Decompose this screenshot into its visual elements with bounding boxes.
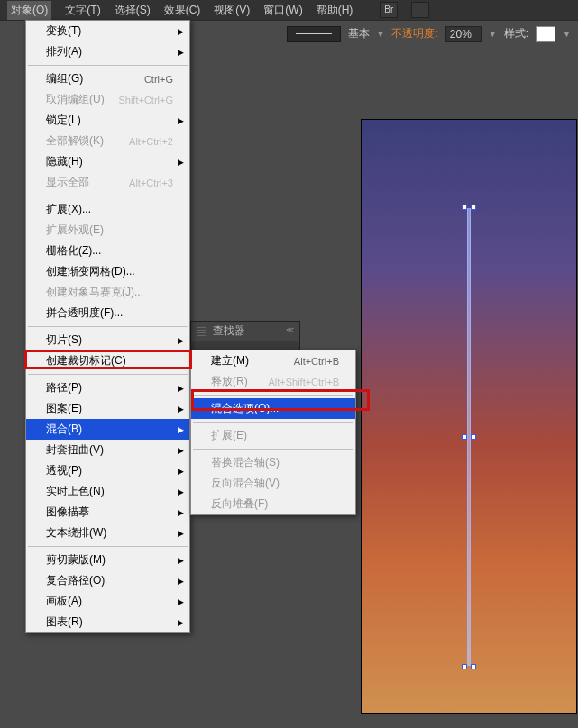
menu-item[interactable]: 图表(R)▶ [26,612,189,632]
submenu-arrow-icon: ▶ [178,425,184,434]
stroke-style-label: 基本 [348,26,370,41]
menu-view[interactable]: 视图(V) [214,3,250,18]
menu-separator [28,546,188,547]
menu-item: 释放(R)Alt+Shift+Ctrl+B [191,371,355,392]
selected-object[interactable] [465,208,472,666]
menu-item[interactable]: 栅格化(Z)... [26,241,189,261]
submenu-arrow-icon: ▶ [178,467,184,476]
menu-separator [28,374,188,375]
menu-item: 创建对象马赛克(J)... [26,282,189,303]
resize-handle[interactable] [471,664,476,669]
menu-item: 扩展外观(E) [26,220,189,241]
chevron-down-icon[interactable]: ▼ [377,30,385,39]
menu-effect[interactable]: 效果(C) [164,3,201,18]
bridge-icon[interactable]: Br [380,2,398,18]
menu-item[interactable]: 建立(M)Alt+Ctrl+B [191,350,355,371]
submenu-arrow-icon: ▶ [178,158,184,167]
menu-item[interactable]: 锁定(L)▶ [26,110,189,131]
menu-separator [28,196,188,196]
submenu-arrow-icon: ▶ [178,597,184,606]
resize-handle[interactable] [462,205,467,210]
menu-item[interactable]: 创建裁切标记(C) [26,350,189,371]
menu-item[interactable]: 透视(P)▶ [26,460,189,481]
menu-item[interactable]: 文本绕排(W)▶ [26,523,189,543]
submenu-arrow-icon: ▶ [178,336,184,345]
submenu-arrow-icon: ▶ [178,556,184,565]
artboard [361,119,577,714]
style-swatch[interactable] [536,26,555,42]
menu-help[interactable]: 帮助(H) [317,3,353,18]
menu-item[interactable]: 排列(A)▶ [26,41,189,62]
menu-item[interactable]: 切片(S)▶ [26,330,189,350]
submenu-arrow-icon: ▶ [178,577,184,586]
stroke-preview[interactable] [287,26,341,42]
menu-item: 全部解锁(K)Alt+Ctrl+2 [26,131,189,151]
menu-item[interactable]: 变换(T)▶ [26,21,189,41]
object-menu-dropdown: 变换(T)▶排列(A)▶编组(G)Ctrl+G取消编组(U)Shift+Ctrl… [25,20,190,633]
chevron-down-icon[interactable]: ▼ [563,30,571,39]
menu-separator [28,326,188,327]
menu-item[interactable]: 路径(P)▶ [26,378,189,398]
submenu-arrow-icon: ▶ [178,487,184,496]
menu-item: 替换混合轴(S) [191,452,355,473]
menu-item[interactable]: 剪切蒙版(M)▶ [26,550,189,570]
opacity-label: 不透明度: [391,26,437,41]
menu-item[interactable]: 图案(E)▶ [26,398,189,419]
menu-item[interactable]: 拼合透明度(F)... [26,303,189,323]
menu-select[interactable]: 选择(S) [115,3,151,18]
menu-item: 反向堆叠(F) [191,494,355,514]
submenu-arrow-icon: ▶ [178,618,184,627]
menu-item[interactable]: 隐藏(H)▶ [26,151,189,172]
menu-item[interactable]: 图像描摹▶ [26,502,189,523]
resize-handle[interactable] [462,434,467,440]
resize-handle[interactable] [462,664,467,669]
panel-grip-icon[interactable] [197,327,206,336]
opacity-field[interactable]: 20% [445,26,482,42]
menu-text[interactable]: 文字(T) [65,3,100,18]
submenu-arrow-icon: ▶ [178,405,184,414]
resize-handle[interactable] [471,434,476,440]
submenu-arrow-icon: ▶ [178,446,184,455]
menu-item: 反向混合轴(V) [191,473,355,494]
menu-item[interactable]: 编组(G)Ctrl+G [26,68,189,89]
menu-separator [193,422,353,423]
menu-item[interactable]: 混合选项(O)... [191,398,355,419]
resize-handle[interactable] [471,205,476,210]
menu-separator [28,65,188,66]
menu-item[interactable]: 复合路径(O)▶ [26,570,189,591]
submenu-arrow-icon: ▶ [178,27,184,36]
menu-item[interactable]: 扩展(X)... [26,199,189,220]
menu-item[interactable]: 创建渐变网格(D)... [26,261,189,282]
menu-item[interactable]: 混合(B)▶ [26,419,189,440]
blend-submenu: 建立(M)Alt+Ctrl+B释放(R)Alt+Shift+Ctrl+B混合选项… [190,350,356,515]
style-label: 样式: [504,26,528,41]
submenu-arrow-icon: ▶ [178,384,184,393]
layout-icon[interactable] [411,2,429,18]
submenu-arrow-icon: ▶ [178,508,184,517]
menu-item[interactable]: 实时上色(N)▶ [26,481,189,502]
collapse-icon[interactable]: ≪ [286,325,294,334]
panel-title: 查找器 [213,323,245,339]
menubar: 对象(O) 文字(T) 选择(S) 效果(C) 视图(V) 窗口(W) 帮助(H… [0,0,578,20]
submenu-arrow-icon: ▶ [178,48,184,57]
submenu-arrow-icon: ▶ [178,529,184,538]
menu-item: 取消编组(U)Shift+Ctrl+G [26,89,189,110]
menu-item[interactable]: 封套扭曲(V)▶ [26,440,189,460]
menu-separator [193,395,353,396]
menu-object[interactable]: 对象(O) [7,1,51,20]
submenu-arrow-icon: ▶ [178,116,184,125]
chevron-down-icon[interactable]: ▼ [489,30,497,39]
menu-item[interactable]: 画板(A)▶ [26,591,189,612]
menu-item: 扩展(E) [191,425,355,446]
menu-separator [193,449,353,450]
menu-window[interactable]: 窗口(W) [263,3,302,18]
menu-item: 显示全部Alt+Ctrl+3 [26,172,189,193]
